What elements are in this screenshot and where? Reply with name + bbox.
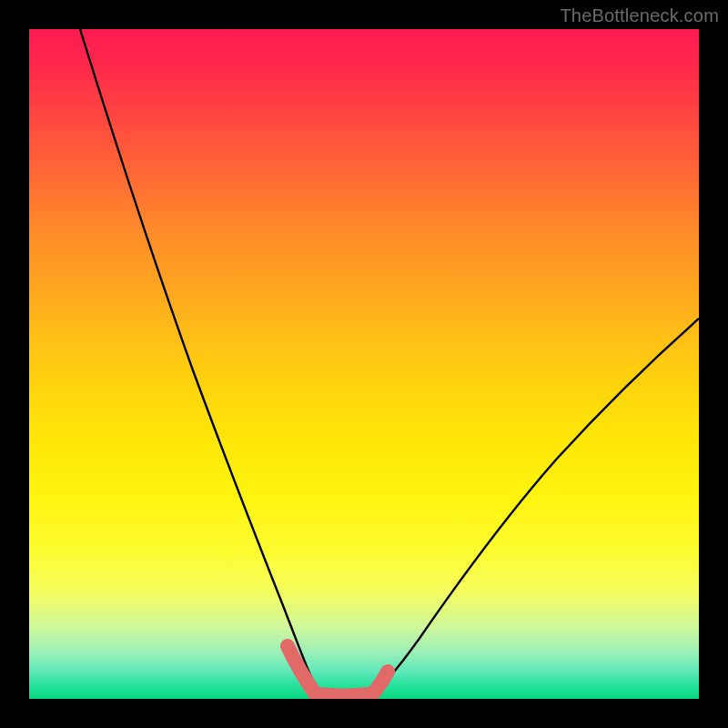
pink-segment-right <box>373 672 388 693</box>
plot-area <box>29 29 699 699</box>
curve-left <box>80 29 320 695</box>
outer-frame: TheBottleneck.com <box>0 0 728 728</box>
curve-right <box>368 318 699 695</box>
pink-segment-bottom <box>318 694 368 696</box>
watermark-text: TheBottleneck.com <box>560 5 719 26</box>
curve-overlay <box>29 29 699 699</box>
